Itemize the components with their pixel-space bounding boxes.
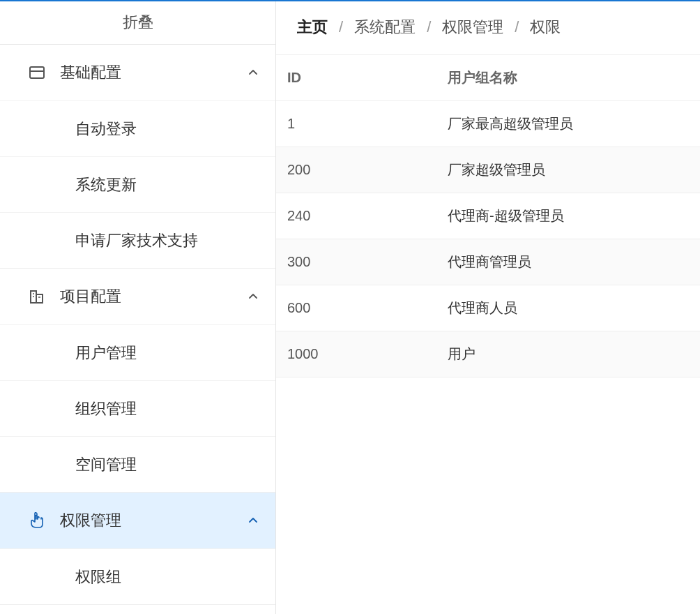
building-icon: [29, 289, 49, 304]
cell-name: 代理商人员: [448, 299, 689, 317]
svg-rect-0: [30, 67, 44, 78]
cell-id: 1000: [287, 346, 448, 362]
menu-section: 权限管理权限组: [0, 493, 275, 605]
cell-name: 代理商-超级管理员: [448, 207, 689, 225]
breadcrumb: 主页/系统配置/权限管理/权限: [276, 0, 700, 55]
card-icon: [29, 66, 49, 79]
chevron-up-icon: [248, 515, 259, 526]
menu-item[interactable]: 系统更新: [0, 156, 275, 212]
menu-header-label: 项目配置: [60, 286, 248, 307]
breadcrumb-item[interactable]: 主页: [297, 17, 328, 38]
menu-item[interactable]: 权限组: [0, 548, 275, 604]
breadcrumb-item[interactable]: 权限管理: [442, 17, 503, 38]
menu-header-label: 权限管理: [60, 510, 248, 531]
table-row[interactable]: 600代理商人员: [276, 285, 700, 331]
menu-item-label: 用户管理: [75, 343, 137, 364]
menu-item-label: 申请厂家技术支持: [75, 230, 198, 251]
menu-item-label: 组织管理: [75, 398, 137, 419]
menu-item-label: 权限组: [75, 567, 121, 587]
main-content: 主页/系统配置/权限管理/权限 ID用户组名称1厂家最高超级管理员200厂家超级…: [276, 0, 700, 614]
menu-item[interactable]: 自动登录: [0, 100, 275, 156]
breadcrumb-item[interactable]: 系统配置: [354, 17, 416, 38]
pointer-icon: [29, 512, 49, 529]
cell-id: 240: [287, 208, 448, 224]
table-row[interactable]: 240代理商-超级管理员: [276, 193, 700, 239]
menu-header[interactable]: 项目配置: [0, 269, 275, 324]
table-row[interactable]: 300代理商管理员: [276, 239, 700, 285]
breadcrumb-item[interactable]: 权限: [530, 17, 561, 38]
menu-item[interactable]: 申请厂家技术支持: [0, 212, 275, 268]
collapse-label: 折叠: [123, 12, 153, 33]
table-header-id: ID: [287, 70, 448, 86]
menu-item-label: 空间管理: [75, 454, 137, 475]
collapse-button[interactable]: 折叠: [0, 0, 275, 45]
menu-item-label: 系统更新: [75, 174, 137, 195]
cell-name: 厂家超级管理员: [448, 160, 689, 179]
menu-item[interactable]: 用户管理: [0, 324, 275, 380]
menu-section: 基础配置自动登录系统更新申请厂家技术支持: [0, 45, 275, 269]
menu-header[interactable]: 基础配置: [0, 45, 275, 100]
breadcrumb-separator: /: [515, 18, 519, 36]
menu-header[interactable]: 权限管理: [0, 493, 275, 548]
cell-id: 300: [287, 254, 448, 270]
table-row[interactable]: 200厂家超级管理员: [276, 147, 700, 193]
permissions-table: ID用户组名称1厂家最高超级管理员200厂家超级管理员240代理商-超级管理员3…: [276, 55, 700, 377]
breadcrumb-separator: /: [427, 18, 431, 36]
cell-id: 1: [287, 116, 448, 132]
menu-item-label: 自动登录: [75, 119, 137, 140]
menu-section: 项目配置用户管理组织管理空间管理: [0, 269, 275, 493]
menu-item[interactable]: 组织管理: [0, 380, 275, 436]
menu-header-label: 基础配置: [60, 62, 248, 83]
table-row[interactable]: 1厂家最高超级管理员: [276, 101, 700, 147]
breadcrumb-separator: /: [339, 18, 343, 36]
chevron-up-icon: [248, 291, 259, 302]
table-header-row: ID用户组名称: [276, 55, 700, 101]
svg-rect-3: [36, 294, 43, 303]
menu-item[interactable]: 空间管理: [0, 436, 275, 492]
cell-id: 600: [287, 300, 448, 316]
top-accent-bar: [0, 0, 700, 1]
table-header-name: 用户组名称: [448, 68, 689, 87]
chevron-up-icon: [248, 67, 259, 78]
cell-name: 厂家最高超级管理员: [448, 114, 689, 133]
sidebar: 折叠 基础配置自动登录系统更新申请厂家技术支持项目配置用户管理组织管理空间管理权…: [0, 0, 276, 614]
cell-name: 用户: [448, 345, 689, 364]
cell-id: 200: [287, 162, 448, 178]
table-row[interactable]: 1000用户: [276, 331, 700, 377]
cell-name: 代理商管理员: [448, 253, 689, 271]
